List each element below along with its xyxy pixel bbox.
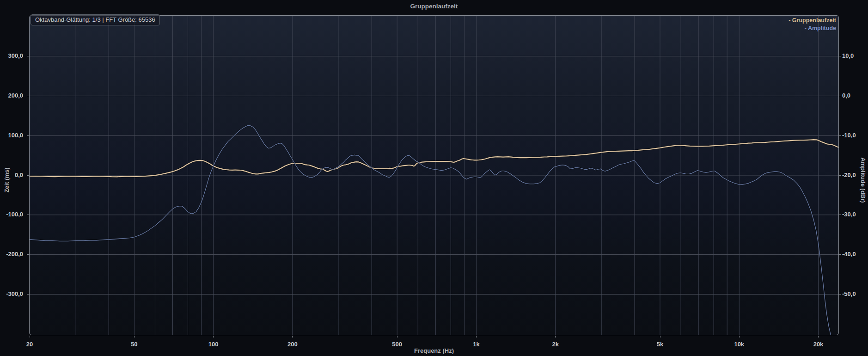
y-left-tick-label: -200,0 — [0, 251, 23, 258]
tick-mark — [555, 336, 556, 338]
curve-gruppenlaufzeit — [30, 140, 838, 177]
tick-mark — [476, 336, 477, 338]
legend: - Gruppenlaufzeit- Amplitude — [789, 17, 836, 32]
tick-mark — [27, 96, 29, 96]
y-left-tick-label: 200,0 — [0, 92, 23, 99]
x-axis-title: Frequenz (Hz) — [29, 347, 839, 354]
tick-mark — [839, 254, 841, 255]
tick-mark — [27, 175, 29, 176]
legend-item-1: - Amplitude — [789, 25, 836, 32]
tick-mark — [839, 135, 841, 136]
tick-mark — [839, 175, 841, 176]
tick-mark — [27, 215, 29, 215]
x-axis-tick-label: 20k — [813, 341, 824, 348]
y-left-tick-label: 300,0 — [0, 52, 23, 59]
tick-mark — [839, 56, 841, 56]
x-axis-tick-label: 1k — [473, 341, 479, 348]
y-right-tick-label: -10,0 — [842, 132, 856, 139]
y-left-tick-label: 100,0 — [0, 132, 23, 139]
tick-mark — [739, 336, 740, 338]
tick-mark — [397, 336, 397, 338]
chart-title: Gruppenlaufzeit — [29, 3, 839, 10]
y-right-tick-label: -50,0 — [842, 290, 856, 297]
tick-mark — [839, 96, 841, 96]
tick-mark — [27, 294, 29, 295]
curve-amplitude — [30, 126, 831, 335]
x-axis-tick-label: 100 — [208, 341, 219, 348]
y-right-tick-label: 0,0 — [842, 92, 850, 99]
y-right-tick-label: -20,0 — [842, 172, 856, 178]
left-axis-title: Zeit (ms) — [3, 162, 10, 199]
x-axis-tick-label: 20 — [26, 341, 33, 348]
y-right-tick-label: -30,0 — [842, 211, 856, 218]
y-left-tick-label: -300,0 — [0, 290, 23, 297]
tick-mark — [213, 336, 214, 338]
tick-mark — [27, 56, 29, 56]
x-axis-tick-label: 10k — [734, 341, 744, 348]
chart-canvas — [30, 16, 838, 335]
legend-item-0: - Gruppenlaufzeit — [789, 17, 836, 25]
curve-shadow-amplitude — [30, 126, 831, 335]
right-axis-title: Amplitude (dBr) — [860, 155, 867, 206]
smoothing-info-label: Oktavband-Glättung: 1/3 | FFT Größe: 655… — [35, 16, 155, 23]
x-axis-tick-label: 2k — [552, 341, 558, 348]
y-right-tick-label: 10,0 — [842, 52, 854, 59]
tick-mark — [818, 336, 819, 338]
tick-mark — [292, 336, 293, 338]
tick-mark — [30, 336, 30, 338]
x-axis-tick-label: 500 — [392, 341, 402, 348]
app-window: Gruppenlaufzeit Oktavband-Glättung: 1/3 … — [0, 0, 868, 356]
tick-mark — [27, 135, 29, 136]
plot-area[interactable] — [29, 15, 839, 335]
tick-mark — [660, 336, 660, 338]
x-axis-tick-label: 50 — [131, 341, 137, 348]
smoothing-info-box: Oktavband-Glättung: 1/3 | FFT Größe: 655… — [31, 14, 160, 25]
y-right-tick-label: -40,0 — [842, 251, 856, 258]
tick-mark — [27, 254, 29, 255]
tick-mark — [839, 215, 841, 215]
tick-mark — [839, 294, 841, 295]
x-axis-tick-label: 200 — [287, 341, 298, 348]
x-axis-tick-label: 5k — [657, 341, 663, 348]
y-left-tick-label: -100,0 — [0, 211, 23, 218]
tick-mark — [134, 336, 134, 338]
